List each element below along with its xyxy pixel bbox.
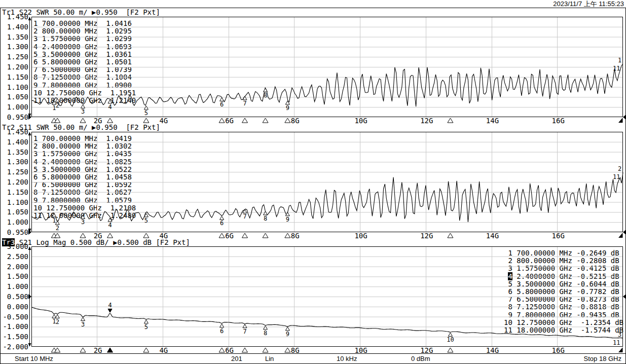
status-sweep-points[interactable]: 201	[231, 354, 242, 363]
marker-row-text: 5.8000000 GHz 1.0501	[38, 58, 131, 66]
marker-row-text: 700.00000 MHz 1.0416	[38, 19, 131, 27]
clock-timestamp: 2023/11/7 上午 11:55:23	[553, 0, 624, 8]
y-axis-label: 1.400	[0, 23, 28, 31]
marker-number: 7	[508, 295, 512, 303]
status-sweep-type[interactable]: Lin	[265, 354, 274, 363]
marker-number: 8	[508, 303, 512, 311]
vna-screen: 2023/11/7 上午 11:55:23 Tr1 S22 SWR 50.00 …	[0, 0, 626, 364]
y-axis-label: 1.000	[0, 103, 28, 111]
marker-row-text: 1.5750000 GHz 1.0299	[38, 34, 131, 43]
y-axis-label: 1.450	[0, 128, 28, 136]
x-tick-label: 6G	[220, 233, 239, 239]
y-axis-label: 0.500	[0, 293, 28, 301]
marker-row-text: 1.5750000 GHz -0.4125 dB	[512, 264, 619, 272]
marker-number: 10	[504, 318, 512, 326]
x-tick-label: 16G	[549, 118, 567, 124]
marker-row: 10 12.750000 GHz -1.2354 dB	[504, 319, 623, 326]
marker-number: 4	[508, 272, 512, 280]
y-axis-label: 1.150	[0, 188, 28, 196]
y-axis-label: 1.300	[0, 43, 28, 51]
marker-row-text: 3.5000000 GHz -0.6044 dB	[512, 280, 619, 288]
marker-row: 7 6.5000000 GHz 1.0739	[33, 66, 136, 74]
marker-row: 4 2.4000000 GHz 1.0825	[33, 158, 136, 166]
y-axis-label: 1.150	[0, 73, 28, 81]
marker-number: 5	[508, 280, 512, 288]
y-axis-label: 3.000	[0, 242, 28, 250]
marker-row: 3 1.5750000 GHz 1.0435	[33, 150, 136, 158]
marker-row-text: 6.5000000 GHz 1.0739	[38, 65, 131, 74]
y-axis-label: 1.300	[0, 158, 28, 166]
marker-table-tr1: 1 700.00000 MHz 1.04162 800.00000 MHz 1.…	[33, 20, 136, 104]
marker-row: 1 700.00000 MHz -0.2649 dB	[504, 249, 623, 257]
trace-header-text: S21 Log Mag 0.500 dB/ ▶0.500 dB [F2 Pxt]	[15, 238, 190, 246]
status-output-power[interactable]: 0 dBm	[411, 354, 430, 363]
marker-row: 9 7.8000000 GHz -0.9435 dB	[504, 311, 623, 319]
marker-row-text: 1.5750000 GHz 1.0435	[38, 150, 131, 158]
x-tick-label: 8G	[286, 233, 304, 239]
marker-row: 10 12.750000 GHz 1.1951	[33, 89, 136, 97]
y-axis-label: 1.450	[0, 13, 28, 21]
marker-row-text: 7.1250000 GHz -0.8818 dB	[512, 303, 619, 311]
y-axis-label: -0.500	[0, 313, 28, 321]
marker-number: 10	[33, 204, 42, 212]
marker-row: 2 800.00000 MHz -0.2808 dB	[504, 257, 623, 265]
y-axis-label: 1.350	[0, 148, 28, 156]
marker-row: 11 18.000000 GHz 1.2140	[33, 97, 136, 104]
marker-row: 6 5.8000000 GHz -0.7782 dB	[504, 288, 623, 296]
y-axis-label: 1.100	[0, 198, 28, 206]
marker-row-text: 12.750000 GHz -1.2354 dB	[512, 318, 623, 326]
marker-row: 4 2.4000000 GHz 1.0693	[33, 43, 136, 51]
marker-row: 7 6.5000000 GHz 1.0592	[33, 181, 136, 189]
marker-row-text: 2.4000000 GHz 1.0693	[38, 43, 131, 51]
marker-number: 11	[33, 96, 42, 104]
x-tick-label: 14G	[484, 118, 502, 124]
marker-row: 11 18.000000 GHz 1.2480	[33, 212, 136, 220]
marker-row: 3 1.5750000 GHz 1.0299	[33, 35, 136, 43]
y-axis-label: -1.000	[0, 322, 28, 331]
marker-row: 7 6.5000000 GHz -0.8273 dB	[504, 296, 623, 303]
marker-row-text: 7.8000000 GHz 1.0900	[38, 81, 131, 89]
marker-row: 4 2.4000000 GHz -0.5215 dB	[504, 273, 623, 280]
marker-row-text: 7.1250000 GHz 1.1004	[38, 73, 131, 81]
y-axis-label: 1.400	[0, 138, 28, 146]
y-axis-label: 0.000	[0, 303, 28, 311]
marker-row-text: 7.8000000 GHz 1.0579	[38, 196, 131, 204]
y-axis-label: -2.000	[0, 343, 28, 351]
marker-row-text: 800.00000 MHz 1.0295	[38, 27, 131, 35]
marker-row: 1 700.00000 MHz 1.0416	[33, 20, 136, 27]
status-stop-frequency[interactable]: Stop 18 GHz	[584, 354, 621, 363]
status-if-bandwidth[interactable]: 10 kHz	[337, 354, 357, 363]
marker-row-text: 2.4000000 GHz 1.0825	[38, 158, 131, 166]
y-axis-label: 1.050	[0, 208, 28, 216]
marker-row: 2 800.00000 MHz 1.0302	[33, 142, 136, 150]
marker-row: 2 800.00000 MHz 1.0295	[33, 27, 136, 35]
x-tick-label: 10G	[352, 233, 370, 239]
y-axis-label: 1.100	[0, 83, 28, 91]
x-tick-label: 12G	[418, 233, 436, 239]
marker-row-text: 3.5000000 GHz 1.0522	[38, 165, 131, 173]
y-axis-label: 1.350	[0, 33, 28, 41]
marker-row-text: 5.8000000 GHz -0.7782 dB	[512, 287, 619, 296]
marker-row-text: 18.000000 GHz 1.2480	[42, 211, 136, 220]
y-axis-label: 1.500	[0, 272, 28, 280]
marker-number: 3	[508, 264, 512, 272]
marker-row: 8 7.1250000 GHz 1.1004	[33, 74, 136, 81]
y-axis-label: 1.250	[0, 168, 28, 176]
x-tick-label: 10G	[352, 118, 370, 124]
marker-number: 10	[33, 89, 42, 97]
marker-row-text: 7.1250000 GHz 1.0627	[38, 188, 131, 196]
marker-row: 5 3.5000000 GHz 1.0361	[33, 51, 136, 58]
status-start-frequency[interactable]: Start 10 MHz	[15, 354, 53, 363]
marker-row-text: 12.750000 GHz 1.1951	[42, 89, 136, 97]
trace-header-tr3[interactable]: Tr3 S21 Log Mag 0.500 dB/ ▶0.500 dB [F2 …	[2, 238, 190, 246]
marker-row: 5 3.5000000 GHz 1.0522	[33, 166, 136, 173]
x-tick-label: 12G	[418, 118, 436, 124]
x-tick-label: 8G	[286, 118, 304, 124]
y-axis-label: 0.950	[0, 113, 28, 121]
y-axis-label: 1.000	[0, 218, 28, 226]
marker-row-text: 7.8000000 GHz -0.9435 dB	[512, 311, 619, 319]
status-bar: Start 10 MHz 201 Lin 10 kHz 0 dBm Stop 1…	[0, 353, 626, 364]
y-axis-label: 2.500	[0, 252, 28, 261]
marker-row-text: 6.5000000 GHz 1.0592	[38, 180, 131, 189]
marker-row: 9 7.8000000 GHz 1.0900	[33, 82, 136, 89]
